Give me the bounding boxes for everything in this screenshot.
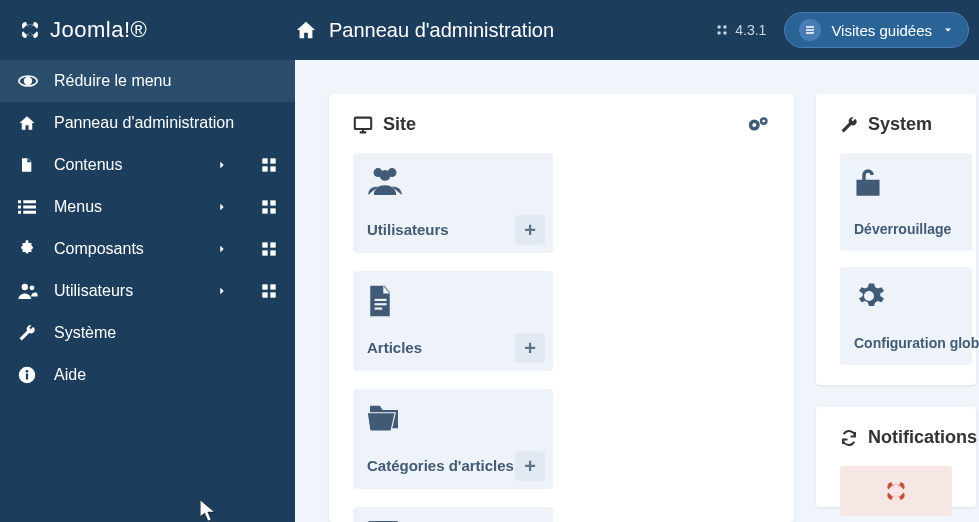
- svg-rect-14: [18, 211, 21, 214]
- tile-articles[interactable]: Articles +: [353, 271, 553, 371]
- svg-rect-17: [270, 200, 275, 205]
- svg-point-24: [22, 284, 28, 290]
- tile-media[interactable]: Médias: [353, 507, 553, 522]
- joomla-update-icon: [883, 478, 909, 504]
- page-title-area: Panneau d'administration: [295, 19, 715, 42]
- sidebar-item-system[interactable]: Système: [0, 312, 295, 354]
- wrench-icon: [840, 116, 858, 134]
- panel-header: System: [840, 114, 952, 135]
- sidebar-item-menus[interactable]: Menus: [0, 186, 295, 228]
- home-icon: [18, 114, 38, 132]
- svg-rect-19: [270, 208, 275, 213]
- sidebar-item-label: Système: [54, 324, 277, 342]
- folder-icon: [367, 403, 539, 431]
- list-icon: [18, 200, 38, 214]
- version-text: 4.3.1: [735, 22, 766, 38]
- header: Joomla!® Panneau d'administration 4.3.1 …: [0, 0, 979, 60]
- svg-rect-42: [375, 303, 387, 305]
- sidebar-item-label: Panneau d'administration: [54, 114, 277, 132]
- grid-icon[interactable]: [261, 199, 277, 215]
- sidebar-collapse-label: Réduire le menu: [54, 72, 277, 90]
- svg-rect-21: [270, 242, 275, 247]
- svg-point-3: [723, 31, 727, 35]
- sidebar-item-help[interactable]: Aide: [0, 354, 295, 396]
- file-icon: [18, 156, 38, 174]
- sidebar-item-users[interactable]: Utilisateurs: [0, 270, 295, 312]
- svg-rect-11: [23, 200, 36, 203]
- page-title: Panneau d'administration: [329, 19, 554, 42]
- sidebar-item-label: Utilisateurs: [54, 282, 201, 300]
- sidebar-item-components[interactable]: Composants: [0, 228, 295, 270]
- users-icon: [367, 167, 539, 195]
- svg-point-32: [26, 370, 29, 373]
- tile-label: Configuration globale: [854, 335, 958, 351]
- svg-rect-16: [262, 200, 267, 205]
- svg-rect-23: [270, 250, 275, 255]
- svg-rect-6: [262, 158, 267, 163]
- chevron-down-icon: [942, 24, 954, 36]
- chevron-right-icon: [217, 158, 227, 172]
- grid-icon[interactable]: [261, 157, 277, 173]
- tile-unlock[interactable]: Déverrouillage: [840, 153, 972, 251]
- brand-text: Joomla!®: [50, 17, 147, 43]
- svg-rect-18: [262, 208, 267, 213]
- guided-tours-label: Visites guidées: [831, 22, 932, 39]
- notification-item[interactable]: [840, 466, 952, 516]
- refresh-icon: [840, 429, 858, 447]
- tile-label: Catégories d'articles: [367, 457, 539, 475]
- main-content: Site Utilisateurs + Articles + Catégorie: [295, 60, 979, 522]
- tile-label: Articles: [367, 339, 539, 357]
- system-tiles: Déverrouillage Configuration globale: [840, 153, 952, 365]
- site-tiles: Utilisateurs + Articles + Catégories d'a…: [353, 153, 770, 522]
- tile-label: Déverrouillage: [854, 221, 958, 237]
- sidebar-collapse[interactable]: Réduire le menu: [0, 60, 295, 102]
- guided-tours-button[interactable]: Visites guidées: [784, 12, 969, 48]
- svg-rect-8: [262, 166, 267, 171]
- svg-rect-15: [23, 211, 36, 214]
- joomla-small-icon: [715, 23, 729, 37]
- chevron-right-icon: [217, 242, 227, 256]
- sidebar-item-label: Composants: [54, 240, 201, 258]
- svg-rect-31: [26, 374, 28, 380]
- sidebar-item-dashboard[interactable]: Panneau d'administration: [0, 102, 295, 144]
- chevron-right-icon: [217, 200, 227, 214]
- svg-rect-28: [262, 292, 267, 297]
- tile-add-button[interactable]: +: [515, 333, 545, 363]
- logo-area[interactable]: Joomla!®: [0, 17, 295, 43]
- svg-point-5: [25, 78, 32, 85]
- chevron-right-icon: [217, 284, 227, 298]
- svg-rect-33: [355, 117, 371, 128]
- svg-rect-20: [262, 242, 267, 247]
- tile-categories[interactable]: Catégories d'articles +: [353, 389, 553, 489]
- panel-header: Notifications: [840, 427, 952, 448]
- cursor-icon: [200, 500, 218, 522]
- svg-rect-29: [270, 292, 275, 297]
- grid-icon[interactable]: [261, 241, 277, 257]
- svg-rect-41: [375, 299, 387, 301]
- tile-add-button[interactable]: +: [515, 451, 545, 481]
- svg-point-40: [380, 170, 391, 181]
- svg-rect-13: [23, 206, 36, 209]
- sidebar-item-content[interactable]: Contenus: [0, 144, 295, 186]
- joomla-logo-icon: [18, 18, 42, 42]
- sidebar-item-label: Contenus: [54, 156, 201, 174]
- map-icon: [799, 19, 821, 41]
- file-icon: [367, 285, 539, 317]
- puzzle-icon: [18, 240, 38, 258]
- tile-add-button[interactable]: +: [515, 215, 545, 245]
- panel-title: System: [868, 114, 932, 135]
- tile-users[interactable]: Utilisateurs +: [353, 153, 553, 253]
- panel-header: Site: [353, 114, 770, 135]
- tile-global-config[interactable]: Configuration globale: [840, 267, 972, 365]
- users-icon: [18, 283, 38, 299]
- panel-title: Notifications: [868, 427, 977, 448]
- svg-point-25: [30, 285, 35, 290]
- version-badge[interactable]: 4.3.1: [715, 22, 766, 38]
- grid-icon[interactable]: [261, 283, 277, 299]
- panel-settings-icon[interactable]: [748, 116, 770, 134]
- svg-point-2: [718, 31, 722, 35]
- sidebar-item-label: Menus: [54, 198, 201, 216]
- tile-label: Utilisateurs: [367, 221, 539, 239]
- panel-title: Site: [383, 114, 416, 135]
- sidebar-item-label: Aide: [54, 366, 277, 384]
